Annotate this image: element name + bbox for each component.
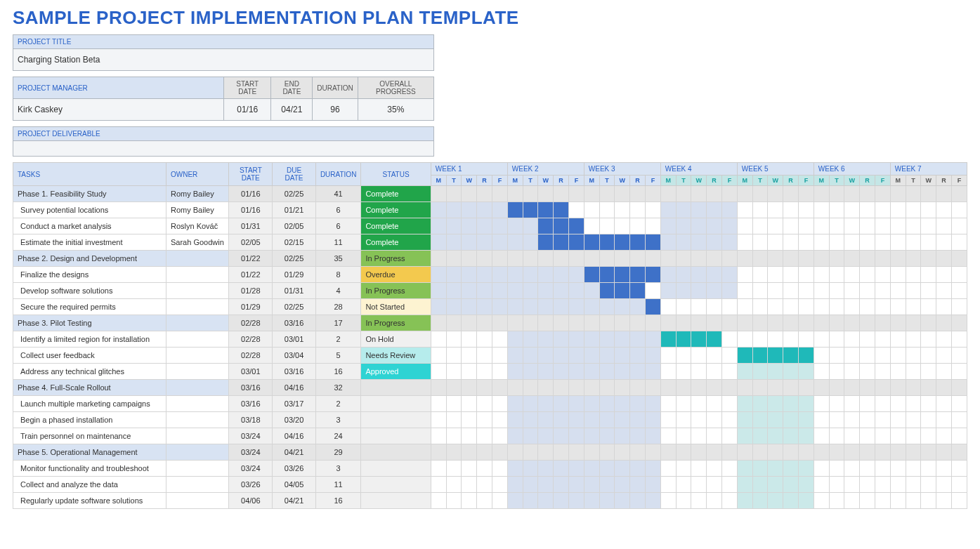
task-name[interactable]: Secure the required permits: [13, 299, 166, 315]
task-due[interactable]: 02/25: [273, 186, 316, 202]
task-name[interactable]: Address any technical glitches: [13, 364, 166, 380]
task-status[interactable]: In Progress: [361, 283, 431, 299]
task-name[interactable]: Phase 3. Pilot Testing: [13, 315, 166, 331]
task-name[interactable]: Monitor functionality and troubleshoot: [13, 461, 166, 477]
task-start[interactable]: 03/01: [229, 364, 273, 380]
task-duration[interactable]: 3: [315, 412, 360, 428]
task-owner[interactable]: [166, 331, 229, 348]
task-due[interactable]: 03/04: [273, 348, 316, 364]
task-start[interactable]: 01/22: [229, 251, 273, 267]
value-duration[interactable]: 96: [313, 99, 358, 121]
task-start[interactable]: 01/28: [229, 283, 273, 299]
task-status[interactable]: Not Started: [361, 299, 431, 315]
task-status[interactable]: Approved: [361, 364, 431, 380]
value-project-manager[interactable]: Kirk Caskey: [13, 99, 224, 121]
task-start[interactable]: 03/16: [229, 396, 273, 412]
task-start[interactable]: 03/16: [229, 380, 273, 396]
task-name[interactable]: Collect user feedback: [13, 348, 166, 364]
task-duration[interactable]: 4: [315, 283, 360, 299]
task-start[interactable]: 01/16: [229, 202, 273, 218]
task-owner[interactable]: [166, 493, 229, 509]
task-duration[interactable]: 11: [315, 234, 360, 251]
task-status[interactable]: [361, 444, 431, 461]
task-owner[interactable]: [166, 348, 229, 364]
task-duration[interactable]: 17: [315, 315, 360, 331]
task-name[interactable]: Launch multiple marketing campaigns: [13, 396, 166, 412]
task-due[interactable]: 04/21: [273, 493, 316, 509]
task-duration[interactable]: 29: [315, 444, 360, 461]
task-owner[interactable]: [166, 396, 229, 412]
task-owner[interactable]: [166, 477, 229, 493]
task-duration[interactable]: 35: [315, 251, 360, 267]
task-owner[interactable]: [166, 267, 229, 283]
task-start[interactable]: 01/29: [229, 299, 273, 315]
task-name[interactable]: Phase 5. Operational Management: [13, 444, 166, 461]
task-status[interactable]: [361, 412, 431, 428]
task-due[interactable]: 01/31: [273, 283, 316, 299]
task-owner[interactable]: Sarah Goodwin: [166, 234, 229, 251]
task-owner[interactable]: [166, 299, 229, 315]
task-status[interactable]: Complete: [361, 186, 431, 202]
task-owner[interactable]: [166, 412, 229, 428]
task-owner[interactable]: [166, 315, 229, 331]
task-duration[interactable]: 8: [315, 267, 360, 283]
task-due[interactable]: 03/16: [273, 315, 316, 331]
task-status[interactable]: [361, 380, 431, 396]
task-status[interactable]: Complete: [361, 218, 431, 234]
task-duration[interactable]: 6: [315, 202, 360, 218]
task-due[interactable]: 03/26: [273, 461, 316, 477]
task-name[interactable]: Conduct a market analysis: [13, 218, 166, 234]
task-name[interactable]: Finalize the designs: [13, 267, 166, 283]
task-due[interactable]: 04/05: [273, 477, 316, 493]
task-start[interactable]: 01/16: [229, 186, 273, 202]
task-name[interactable]: Begin a phased installation: [13, 412, 166, 428]
task-owner[interactable]: Romy Bailey: [166, 186, 229, 202]
task-status[interactable]: In Progress: [361, 315, 431, 331]
value-progress[interactable]: 35%: [358, 99, 433, 121]
task-start[interactable]: 03/18: [229, 412, 273, 428]
task-due[interactable]: 01/21: [273, 202, 316, 218]
task-due[interactable]: 04/16: [273, 428, 316, 444]
task-status[interactable]: Complete: [361, 202, 431, 218]
task-owner[interactable]: [166, 380, 229, 396]
task-owner[interactable]: [166, 461, 229, 477]
task-start[interactable]: 03/24: [229, 428, 273, 444]
value-start-date[interactable]: 01/16: [224, 99, 271, 121]
task-start[interactable]: 03/26: [229, 477, 273, 493]
task-duration[interactable]: 11: [315, 477, 360, 493]
task-start[interactable]: 01/22: [229, 267, 273, 283]
task-due[interactable]: 02/25: [273, 299, 316, 315]
task-status[interactable]: On Hold: [361, 331, 431, 348]
task-start[interactable]: 03/24: [229, 444, 273, 461]
task-start[interactable]: 02/28: [229, 315, 273, 331]
task-duration[interactable]: 6: [315, 218, 360, 234]
task-status[interactable]: [361, 396, 431, 412]
task-start[interactable]: 02/28: [229, 331, 273, 348]
task-owner[interactable]: [166, 251, 229, 267]
task-start[interactable]: 02/28: [229, 348, 273, 364]
task-due[interactable]: 04/21: [273, 444, 316, 461]
task-status[interactable]: In Progress: [361, 251, 431, 267]
task-start[interactable]: 04/06: [229, 493, 273, 509]
task-name[interactable]: Phase 4. Full-Scale Rollout: [13, 380, 166, 396]
task-status[interactable]: Needs Review: [361, 348, 431, 364]
task-name[interactable]: Collect and analyze the data: [13, 477, 166, 493]
task-name[interactable]: Identify a limited region for installati…: [13, 331, 166, 348]
task-status[interactable]: Complete: [361, 234, 431, 251]
task-status[interactable]: [361, 493, 431, 509]
task-duration[interactable]: 2: [315, 331, 360, 348]
task-due[interactable]: 03/16: [273, 364, 316, 380]
task-duration[interactable]: 5: [315, 348, 360, 364]
value-end-date[interactable]: 04/21: [271, 99, 313, 121]
task-duration[interactable]: 2: [315, 396, 360, 412]
value-deliverable[interactable]: [13, 141, 434, 157]
task-duration[interactable]: 16: [315, 364, 360, 380]
task-name[interactable]: Regularly update software solutions: [13, 493, 166, 509]
task-duration[interactable]: 28: [315, 299, 360, 315]
task-owner[interactable]: [166, 283, 229, 299]
task-status[interactable]: [361, 461, 431, 477]
task-status[interactable]: Overdue: [361, 267, 431, 283]
task-name[interactable]: Survey potential locations: [13, 202, 166, 218]
task-due[interactable]: 02/15: [273, 234, 316, 251]
task-start[interactable]: 03/24: [229, 461, 273, 477]
